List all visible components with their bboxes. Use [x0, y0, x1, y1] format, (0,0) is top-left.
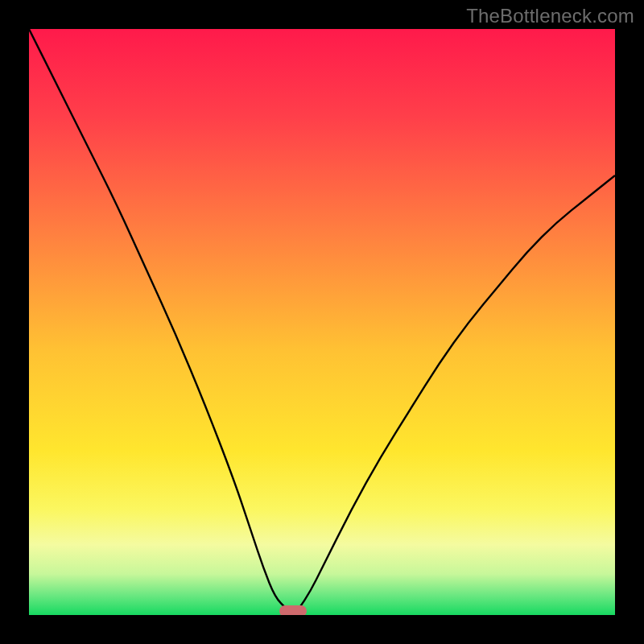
watermark-text: TheBottleneck.com	[466, 5, 634, 27]
optimal-marker	[279, 605, 307, 615]
plot-area	[29, 29, 615, 615]
chart-frame: TheBottleneck.com	[0, 0, 644, 644]
bottleneck-curve	[29, 29, 615, 615]
